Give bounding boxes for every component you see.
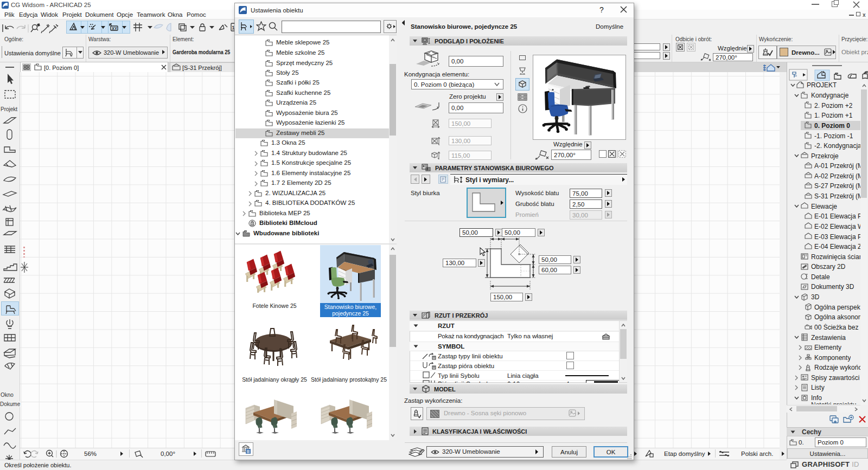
svg-text:XY: XY	[112, 26, 117, 31]
